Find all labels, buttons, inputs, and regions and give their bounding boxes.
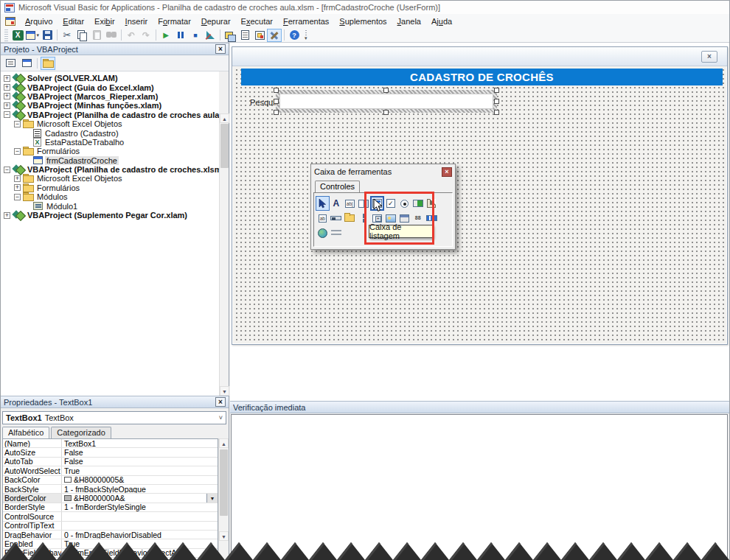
- tree-item[interactable]: −VBAProject (Planilha de cadastro de cro…: [1, 165, 219, 174]
- find-button[interactable]: [104, 29, 119, 42]
- collapse-icon[interactable]: −: [14, 121, 21, 127]
- property-row[interactable]: BackColor&H80000005&: [3, 476, 218, 485]
- resize-handle-w[interactable]: [274, 99, 279, 104]
- cut-button[interactable]: ✂: [60, 29, 74, 42]
- userform-titlebar[interactable]: ×: [232, 47, 727, 66]
- menu-suplementos[interactable]: Suplementos: [334, 15, 392, 27]
- menu-depurar[interactable]: Depurar: [196, 15, 236, 27]
- menu-exibir[interactable]: Exibir: [89, 15, 120, 27]
- property-value[interactable]: 0 - fmDragBehaviorDisabled: [62, 531, 218, 539]
- tree-item[interactable]: +VBAProject (Guia do Excel.xlam): [1, 83, 219, 91]
- expand-icon[interactable]: +: [14, 175, 21, 182]
- multipage-tool[interactable]: [343, 211, 357, 225]
- property-row[interactable]: DragBehavior0 - fmDragBehaviorDisabled: [3, 531, 218, 539]
- property-value[interactable]: False: [62, 458, 218, 466]
- tree-item[interactable]: −Módulos: [1, 192, 219, 201]
- property-value[interactable]: [62, 512, 218, 520]
- menu-arquivo[interactable]: Arquivo: [20, 15, 58, 27]
- textbox-value[interactable]: [279, 94, 493, 109]
- menu-editar[interactable]: Editar: [58, 15, 89, 27]
- collapse-icon[interactable]: −: [4, 167, 10, 173]
- menu-ajuda[interactable]: Ajuda: [426, 15, 457, 27]
- scroll-down-icon[interactable]: ▼: [220, 386, 229, 396]
- resize-handle-se[interactable]: [494, 110, 499, 115]
- userform-design-surface[interactable]: CADASTRO DE CROCHÊS Pesquisa:: [233, 66, 726, 343]
- menu-executar[interactable]: Executar: [236, 15, 278, 27]
- textbox-tool[interactable]: ab|: [343, 196, 357, 211]
- tree-item[interactable]: +VBAProject (Minhas funções.xlam): [1, 101, 219, 110]
- resize-handle-nw[interactable]: [274, 88, 279, 93]
- project-explorer-button[interactable]: [223, 29, 237, 42]
- webbrowser-tool[interactable]: [316, 225, 330, 240]
- toolbox-tab-controles[interactable]: Controles: [315, 181, 360, 192]
- view-object-button[interactable]: [19, 57, 34, 70]
- collapse-icon[interactable]: −: [14, 194, 21, 200]
- property-value[interactable]: [62, 522, 218, 530]
- break-button[interactable]: [173, 29, 188, 42]
- menu-ferramentas[interactable]: Ferramentas: [278, 15, 334, 27]
- properties-panel-close-icon[interactable]: ×: [215, 397, 226, 407]
- tree-item[interactable]: +Microsoft Excel Objetos: [1, 174, 219, 183]
- commandbutton-tool[interactable]: ab: [316, 211, 330, 225]
- collapse-icon[interactable]: −: [4, 111, 10, 118]
- resize-handle-e[interactable]: [494, 99, 499, 104]
- scroll-up-icon[interactable]: ▲: [219, 438, 229, 448]
- property-row[interactable]: AutoSizeFalse: [3, 448, 218, 457]
- scroll-down-icon[interactable]: ▼: [219, 531, 229, 541]
- expand-icon[interactable]: +: [4, 93, 10, 99]
- property-row[interactable]: BackStyle1 - fmBackStyleOpaque: [3, 485, 218, 494]
- immediate-input-area[interactable]: [231, 414, 728, 560]
- property-row[interactable]: BorderStyle1 - fmBorderStyleSingle: [3, 503, 218, 512]
- properties-window-button[interactable]: [237, 29, 252, 42]
- object-browser-button[interactable]: [252, 29, 267, 42]
- resize-handle-s[interactable]: [383, 110, 389, 115]
- run-button[interactable]: ▶: [159, 29, 173, 42]
- toolbar-overflow[interactable]: ▾: [305, 30, 307, 41]
- toggle-folders-button[interactable]: [41, 57, 55, 70]
- view-code-button[interactable]: [3, 57, 18, 70]
- userform-close-button[interactable]: ×: [701, 51, 717, 63]
- toolbox-close-button[interactable]: ×: [442, 167, 452, 177]
- toolbox-button[interactable]: [267, 29, 282, 42]
- tree-item[interactable]: +Formulários: [1, 183, 219, 192]
- label-tool[interactable]: A: [330, 196, 344, 211]
- scrollbar-thumb[interactable]: [220, 124, 229, 168]
- tree-item[interactable]: +VBAProject (Suplemento Pegar Cor.xlam): [1, 211, 219, 220]
- tab-alphabetic[interactable]: Alfabético: [2, 427, 49, 439]
- tree-item[interactable]: Cadastro (Cadastro): [1, 128, 219, 137]
- property-row[interactable]: ControlSource: [3, 512, 218, 521]
- collapse-icon[interactable]: −: [14, 148, 21, 155]
- save-button[interactable]: [40, 29, 55, 42]
- property-value[interactable]: 1 - fmBorderStyleSingle: [62, 503, 218, 511]
- redo-button[interactable]: ↷: [139, 29, 153, 42]
- property-value[interactable]: 1 - fmBackStyleOpaque: [62, 485, 218, 493]
- tree-item[interactable]: frmCadastroCroche: [1, 156, 219, 165]
- expand-icon[interactable]: +: [4, 102, 10, 109]
- tree-item[interactable]: +VBAProject (Marcos_Rieper.xlam): [1, 92, 219, 101]
- tree-item[interactable]: Módulo1: [1, 201, 219, 210]
- scroll-up-icon[interactable]: ▲: [220, 113, 229, 123]
- tree-item[interactable]: +Solver (SOLVER.XLAM): [1, 74, 219, 83]
- tab-categorized[interactable]: Categorizado: [51, 427, 111, 438]
- resize-handle-ne[interactable]: [494, 88, 499, 93]
- property-value[interactable]: &H80000005&: [62, 476, 218, 484]
- resize-handle-sw[interactable]: [274, 110, 279, 115]
- toolbar-grip[interactable]: [4, 29, 8, 41]
- property-row[interactable]: BorderColor&H8000000A&▼: [3, 494, 218, 503]
- form-title-label[interactable]: CADASTRO DE CROCHÊS: [241, 69, 723, 85]
- select-objects-tool[interactable]: [316, 196, 330, 211]
- separator-tool[interactable]: [330, 225, 344, 240]
- object-selector-dropdown[interactable]: TextBox1 TextBox ˅: [2, 411, 226, 424]
- copy-button[interactable]: [74, 29, 89, 42]
- scrollbar-tool[interactable]: [330, 211, 344, 225]
- undo-button[interactable]: ↶: [124, 29, 139, 42]
- paste-button[interactable]: [89, 29, 104, 42]
- menu-inserir[interactable]: Inserir: [120, 15, 153, 27]
- insert-userform-button[interactable]: ▾: [25, 29, 40, 42]
- property-row[interactable]: ControlTipText: [3, 522, 218, 531]
- expand-icon[interactable]: +: [14, 184, 21, 191]
- expand-icon[interactable]: +: [4, 75, 10, 82]
- tree-item[interactable]: −VBAProject (Planilha de cadastro de cro…: [1, 111, 219, 119]
- design-mode-button[interactable]: [203, 29, 218, 42]
- toolbox-titlebar[interactable]: Caixa de ferramentas ×: [311, 164, 455, 179]
